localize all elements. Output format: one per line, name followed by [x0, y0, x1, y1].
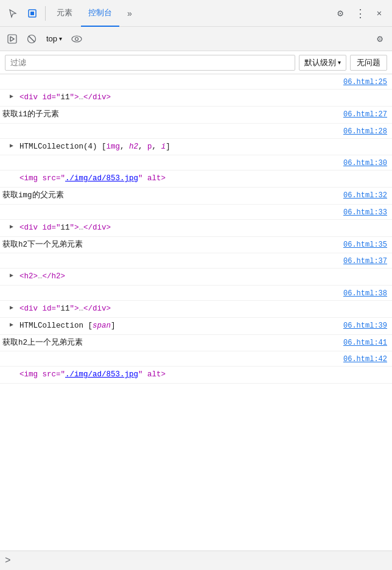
- context-arrow-icon: ▾: [59, 35, 62, 42]
- ellipsis: …: [79, 223, 84, 232]
- tag-text: </div>: [83, 304, 111, 313]
- context-label: top: [46, 34, 57, 43]
- settings-icon[interactable]: ⚙: [331, 4, 349, 23]
- row-content: <div id="i1">…</div>: [17, 221, 392, 235]
- svg-point-6: [75, 37, 79, 40]
- row-content: HTMLCollection [span]: [17, 319, 341, 333]
- divider1: [45, 6, 46, 21]
- console-output: 06.html:25 ▶ <div id="i1">…</div> 获取i1的子…: [0, 74, 392, 396]
- svg-line-4: [29, 36, 35, 42]
- clear-console-icon[interactable]: [23, 30, 40, 47]
- more-tabs-icon[interactable]: »: [121, 4, 139, 23]
- table-row: ▶ <div id="i1">…</div>: [0, 90, 392, 107]
- console-settings-icon[interactable]: ⚙: [371, 30, 388, 47]
- attr-name: id: [43, 304, 52, 313]
- tag-text: ": [138, 370, 147, 379]
- output-text: ,: [120, 142, 129, 151]
- svg-point-5: [72, 36, 82, 42]
- cursor-icon[interactable]: [4, 4, 22, 23]
- table-row: ▶ HTMLCollection [span] 06.html:39: [0, 318, 392, 335]
- row-source[interactable]: 06.html:32: [341, 189, 392, 201]
- no-issues-button[interactable]: 无问题: [350, 55, 387, 71]
- tab-console[interactable]: 控制台: [81, 0, 119, 27]
- row-content: 获取i1的子元素: [0, 108, 341, 122]
- row-source[interactable]: 06.html:28: [341, 125, 392, 137]
- table-row: ▶ <img src="./img/ad/853.jpg" alt>: [0, 171, 392, 188]
- tag-text: </h2>: [43, 272, 66, 281]
- table-row: 06.html:42: [0, 351, 392, 367]
- context-selector[interactable]: top ▾: [43, 32, 66, 45]
- table-row: 06.html:33: [0, 205, 392, 220]
- row-source[interactable]: 06.html:38: [341, 287, 392, 299]
- output-text: ,: [138, 142, 147, 151]
- row-content: [0, 255, 341, 257]
- tag-text: </div>: [83, 223, 111, 232]
- attr-name: src: [43, 370, 57, 379]
- attr-value: i1: [61, 304, 70, 313]
- tag-text: ">: [70, 93, 79, 102]
- row-source[interactable]: 06.html:30: [341, 157, 392, 169]
- attr-value: i1: [61, 93, 70, 102]
- bottom-bar: >: [0, 551, 392, 570]
- console-prompt[interactable]: >: [5, 555, 11, 566]
- tag-text: ">: [70, 304, 79, 313]
- expand-icon[interactable]: ▶: [10, 302, 17, 311]
- eye-icon[interactable]: [68, 30, 85, 47]
- row-source[interactable]: 06.html:35: [341, 239, 392, 250]
- expand-icon[interactable]: ▶: [10, 91, 17, 100]
- tag-text: >: [161, 174, 166, 183]
- row-content: [0, 206, 341, 208]
- tag-text: ": [138, 174, 147, 183]
- row-content: <div id="i1">…</div>: [17, 91, 392, 105]
- italic-tag: span: [93, 322, 111, 330]
- level-selector[interactable]: 默认级别 ▾: [299, 55, 346, 71]
- tag-text: ">: [70, 223, 79, 232]
- row-content: [0, 76, 341, 78]
- row-source[interactable]: 06.html:37: [341, 255, 392, 267]
- expand-icon[interactable]: ▶: [10, 221, 17, 230]
- expand-icon[interactable]: ▶: [10, 270, 17, 279]
- table-row: 获取h2下一个兄弟元素 06.html:35: [0, 237, 392, 254]
- ellipsis: …: [38, 272, 43, 281]
- tag-text: =": [56, 174, 65, 183]
- row-content: [0, 353, 341, 355]
- tag-text: =": [56, 370, 65, 379]
- output-text: ]: [111, 322, 116, 330]
- row-source[interactable]: 06.html:33: [341, 206, 392, 218]
- italic-tag: h2: [129, 142, 138, 151]
- row-content: 获取h2上一个兄弟元素: [0, 336, 341, 350]
- row-content: <div id="i1">…</div>: [17, 302, 392, 316]
- console-area: 06.html:25 ▶ <div id="i1">…</div> 获取i1的子…: [0, 74, 392, 551]
- svg-rect-2: [8, 35, 16, 43]
- attr-value: i1: [61, 223, 70, 232]
- tag-text: >: [161, 370, 166, 379]
- row-source[interactable]: 06.html:27: [341, 108, 392, 120]
- row-source[interactable]: 06.html:42: [341, 353, 392, 365]
- attr-link-value[interactable]: ./img/ad/853.jpg: [65, 370, 138, 379]
- output-text: ,: [152, 142, 161, 151]
- row-content: HTMLCollection(4) [img, h2, p, i]: [17, 140, 392, 154]
- row-source[interactable]: 06.html:39: [341, 320, 392, 331]
- more-options-icon[interactable]: ⋮: [351, 4, 369, 23]
- tab-elements[interactable]: 元素: [49, 0, 80, 27]
- table-row: ▶ <div id="i1">…</div>: [0, 220, 392, 237]
- attr-name: id: [43, 223, 52, 232]
- tag-text: p: [147, 142, 152, 151]
- tag-text: <h2>: [19, 272, 38, 281]
- expand-icon[interactable]: ▶: [10, 140, 17, 149]
- filter-input[interactable]: [5, 55, 295, 71]
- ellipsis: …: [79, 304, 84, 313]
- filter-row: 默认级别 ▾ 无问题: [0, 51, 392, 74]
- row-content: <h2>…</h2>: [17, 270, 392, 284]
- element-picker-icon[interactable]: [23, 4, 41, 23]
- tag-text: </div>: [83, 93, 111, 102]
- row-source[interactable]: 06.html:41: [341, 337, 392, 348]
- expand-icon[interactable]: ▶: [10, 319, 17, 328]
- table-row: 获取h2上一个兄弟元素 06.html:41: [0, 335, 392, 352]
- level-label: 默认级别: [304, 57, 336, 68]
- execute-icon[interactable]: [4, 30, 21, 47]
- level-arrow-icon: ▾: [338, 59, 341, 66]
- row-source[interactable]: 06.html:25: [341, 76, 392, 88]
- close-icon[interactable]: ✕: [370, 4, 388, 23]
- attr-link-value[interactable]: ./img/ad/853.jpg: [65, 174, 138, 183]
